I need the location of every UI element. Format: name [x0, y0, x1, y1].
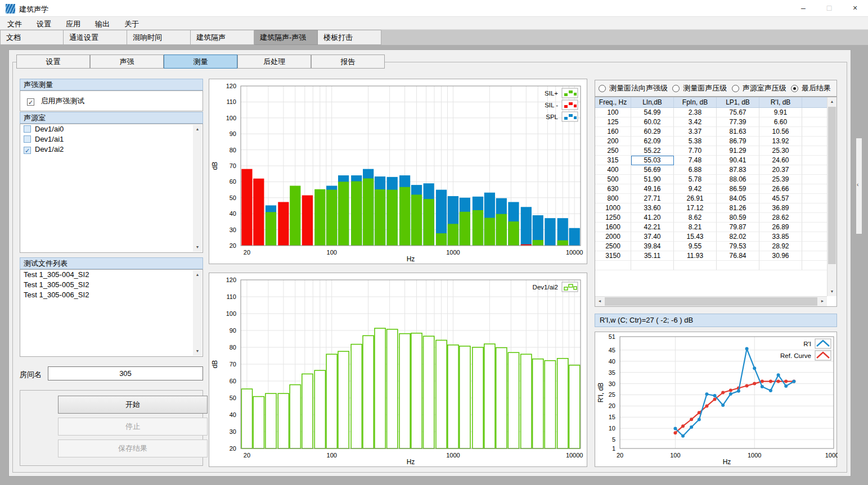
table-row-13[interactable]: 200037.4015.4382.0233.85	[595, 232, 836, 242]
table-cell-14-3[interactable]: 79.53	[717, 242, 759, 251]
main-tab-3[interactable]: 建筑隔声	[191, 30, 254, 45]
table-cell-0-4[interactable]: 9.91	[759, 108, 802, 117]
file-item-0[interactable]: Test 1_305-004_SI2	[20, 270, 203, 280]
sub-tab-2[interactable]: 测量	[164, 55, 237, 69]
channel-checkbox-0[interactable]	[24, 125, 31, 133]
table-cell-2-3[interactable]: 81.63	[717, 127, 759, 137]
table-cell-6-5[interactable]	[802, 165, 827, 175]
radio-option-1[interactable]: 测量面声压级	[672, 83, 727, 93]
menu-item-2[interactable]: 应用	[59, 17, 88, 30]
table-cell-8-4[interactable]: 26.66	[759, 184, 802, 194]
sub-tab-0[interactable]: 设置	[16, 55, 90, 69]
table-cell-1-5[interactable]	[802, 117, 827, 127]
channel-item-2[interactable]: ✓Dev1/ai2	[20, 144, 203, 155]
main-tab-5[interactable]: 楼板打击	[318, 30, 381, 45]
table-cell-6-0[interactable]: 400	[595, 165, 631, 175]
table-cell-10-4[interactable]: 36.89	[759, 203, 802, 213]
file-list-scrollbar-up-icon[interactable]: ▲	[193, 270, 202, 279]
table-cell-9-4[interactable]: 45.57	[759, 194, 802, 203]
table-scroll-up-icon[interactable]: ▲	[827, 97, 836, 106]
panel-collapse-handle[interactable]: ‹	[856, 138, 862, 234]
table-cell-2-4[interactable]: 10.56	[759, 127, 802, 137]
table-cell-9-1[interactable]: 27.71	[631, 194, 674, 203]
table-row-7[interactable]: 50051.905.7888.0625.39	[595, 175, 836, 184]
table-cell-1-1[interactable]: 60.02	[631, 117, 674, 127]
table-cell-5-2[interactable]: 7.48	[674, 156, 717, 165]
table-cell-14-2[interactable]: 9.55	[674, 242, 717, 251]
main-tab-1[interactable]: 通道设置	[64, 30, 127, 45]
table-cell-2-0[interactable]: 160	[595, 127, 631, 137]
table-row-8[interactable]: 63049.169.4286.5926.66	[595, 184, 836, 194]
radio-circle-0[interactable]	[599, 85, 606, 92]
table-cell-11-5[interactable]	[802, 213, 827, 223]
table-cell-0-3[interactable]: 75.67	[717, 108, 759, 117]
table-cell-14-0[interactable]: 2500	[595, 242, 631, 251]
table-cell-5-3[interactable]: 90.41	[717, 156, 759, 165]
table-cell-6-2[interactable]: 6.88	[674, 165, 717, 175]
table-row-12[interactable]: 160042.218.2179.8726.89	[595, 223, 836, 232]
table-cell-7-0[interactable]: 500	[595, 175, 631, 184]
table-cell-4-3[interactable]: 91.29	[717, 146, 759, 156]
table-cell-10-5[interactable]	[802, 203, 827, 213]
enable-intensity-checkbox[interactable]: ✓	[27, 98, 34, 106]
table-cell-0-5[interactable]	[802, 108, 827, 117]
table-row-14[interactable]: 250039.849.5579.5328.92	[595, 242, 836, 251]
table-cell-3-4[interactable]: 13.92	[759, 137, 802, 146]
start-button[interactable]: 开始	[58, 396, 208, 414]
table-row-4[interactable]: 25055.227.7091.2925.30	[595, 146, 836, 156]
radio-circle-3[interactable]	[791, 85, 798, 92]
table-cell-8-2[interactable]: 9.42	[674, 184, 717, 194]
table-vscroll-thumb[interactable]	[828, 107, 836, 264]
table-cell-8-1[interactable]: 49.16	[631, 184, 674, 194]
main-tab-0[interactable]: 文档	[0, 30, 64, 45]
file-list-scrollbar[interactable]: ▲▼	[193, 270, 202, 356]
table-cell-9-2[interactable]: 26.91	[674, 194, 717, 203]
table-cell-7-1[interactable]: 51.90	[631, 175, 674, 184]
table-cell-13-1[interactable]: 37.40	[631, 232, 674, 242]
table-cell-14-5[interactable]	[802, 242, 827, 251]
channel-checkbox-2[interactable]: ✓	[24, 147, 31, 154]
table-cell-4-1[interactable]: 55.22	[631, 146, 674, 156]
table-cell-14-4[interactable]: 28.92	[759, 242, 802, 251]
radio-option-3[interactable]: 最后结果	[791, 83, 831, 93]
table-cell-0-2[interactable]: 2.38	[674, 108, 717, 117]
table-cell-15-0[interactable]: 3150	[595, 251, 631, 261]
table-row-5[interactable]: 31555.037.4890.4124.60	[595, 156, 836, 165]
table-cell-3-5[interactable]	[802, 137, 827, 146]
table-cell-6-3[interactable]: 87.83	[717, 165, 759, 175]
table-cell-12-2[interactable]: 8.21	[674, 223, 717, 232]
table-cell-12-1[interactable]: 42.21	[631, 223, 674, 232]
channel-list-scrollbar-up-icon[interactable]: ▲	[193, 125, 202, 134]
table-scroll-left-icon[interactable]: ◄	[595, 297, 604, 306]
table-cell-6-4[interactable]: 20.37	[759, 165, 802, 175]
table-cell-12-5[interactable]	[802, 223, 827, 232]
stop-button[interactable]: 停止	[58, 418, 208, 436]
table-cell-10-1[interactable]: 33.60	[631, 203, 674, 213]
table-cell-15-1[interactable]: 35.11	[631, 251, 674, 261]
table-cell-10-2[interactable]: 17.12	[674, 203, 717, 213]
table-cell-1-3[interactable]: 77.39	[717, 117, 759, 127]
main-tab-4[interactable]: 建筑隔声-声强	[254, 30, 318, 45]
table-cell-3-1[interactable]: 62.09	[631, 137, 674, 146]
sub-tab-4[interactable]: 报告	[311, 55, 385, 69]
table-cell-9-3[interactable]: 84.05	[717, 194, 759, 203]
menu-item-4[interactable]: 关于	[117, 17, 146, 30]
table-cell-12-3[interactable]: 79.87	[717, 223, 759, 232]
table-cell-8-5[interactable]	[802, 184, 827, 194]
table-cell-0-1[interactable]: 54.99	[631, 108, 674, 117]
file-list-scrollbar-down-icon[interactable]: ▼	[193, 347, 202, 356]
main-tab-2[interactable]: 混响时间	[127, 30, 191, 45]
table-cell-11-3[interactable]: 80.59	[717, 213, 759, 223]
table-cell-6-1[interactable]: 56.69	[631, 165, 674, 175]
table-hscrollbar[interactable]: ◄►	[595, 296, 827, 306]
radio-circle-2[interactable]	[732, 85, 739, 92]
table-cell-1-0[interactable]: 125	[595, 117, 631, 127]
minimize-button[interactable]: –	[790, 0, 816, 17]
channel-item-1[interactable]: Dev1/ai1	[20, 134, 203, 144]
table-cell-11-0[interactable]: 1250	[595, 213, 631, 223]
table-cell-15-2[interactable]: 11.93	[674, 251, 717, 261]
table-cell-15-5[interactable]	[802, 251, 827, 261]
table-cell-11-4[interactable]: 28.62	[759, 213, 802, 223]
sub-tab-3[interactable]: 后处理	[237, 55, 311, 69]
menu-item-0[interactable]: 文件	[0, 17, 29, 30]
